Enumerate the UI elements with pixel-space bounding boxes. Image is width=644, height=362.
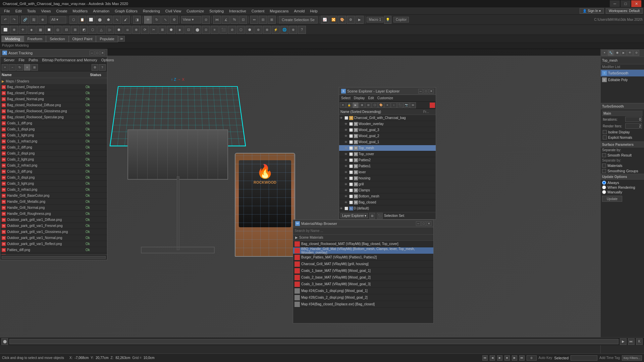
scene-menu-customize[interactable]: Customize	[376, 96, 394, 100]
curve-editor-btn[interactable]: 📈	[321, 16, 329, 24]
asset-row[interactable]: m Coals_1_diff.png Ok	[0, 120, 107, 126]
tb2-btn13[interactable]: ▷	[106, 26, 114, 34]
when-rendering-radio[interactable]	[602, 185, 606, 189]
ref-coord-dropdown[interactable]: View ▾	[181, 16, 201, 23]
tb2-btn28[interactable]: ⬡	[237, 26, 245, 34]
close-button[interactable]: ✕	[631, 0, 641, 7]
scene-row[interactable]: 👁 ⬜ M Wood_goal_2	[339, 133, 436, 139]
redo-btn[interactable]: ↷	[10, 16, 18, 24]
asset-row[interactable]: m Handle_Grill_Roughness.png Ok	[0, 211, 107, 217]
prev-frame-btn[interactable]: ◀	[490, 355, 495, 361]
asset-row[interactable]: m Coals_3_displ.png Ok	[0, 175, 107, 181]
keyframe-btn[interactable]: ⬤	[1, 338, 8, 345]
scene-row[interactable]: 👁 ⬜ M Bottom_mesh	[339, 193, 436, 199]
mat-collapse-icon[interactable]: ▶	[295, 236, 298, 239]
eye-icon[interactable]: 👁	[344, 195, 349, 198]
tb2-btn27[interactable]: ⊘	[228, 26, 236, 34]
isoline-checkbox[interactable]	[603, 130, 607, 134]
mat-row[interactable]: Map #34(Bag_closed_Displace.exr) [Bag_cl…	[293, 301, 433, 308]
scene-row[interactable]: 👁 ⬜ G Charcoal_Grill_with_Charcoal_bag	[339, 115, 436, 121]
scene-row[interactable]: 👁 ⬜ M Wooden_overlay	[339, 121, 436, 127]
asset-row[interactable]: m Handle_Grill_BaseColor.png Ok	[0, 193, 107, 199]
scene-footer-btn1[interactable]: ⊞	[369, 213, 375, 219]
tab-populate[interactable]: Populate	[96, 36, 118, 42]
tb2-btn21[interactable]: ◈	[176, 26, 184, 34]
scene-sort-btn[interactable]: ↕	[391, 102, 397, 108]
align-btn[interactable]: ⊟	[259, 16, 267, 24]
asset-view-icon-btn[interactable]: ⊞	[31, 64, 38, 71]
copitor-label[interactable]: Copitor	[393, 17, 409, 22]
eye-icon[interactable]: 👁	[344, 189, 349, 192]
scene-render-btn[interactable]: 📷	[404, 102, 410, 108]
mat-row[interactable]: Map #28(Coals_2_displ.png) [Wood_goal_2]	[293, 294, 433, 301]
workspaces-dropdown[interactable]: Workspaces: Default	[606, 8, 643, 14]
scene-expand-btn[interactable]: ⊞	[359, 102, 365, 108]
asset-row[interactable]: m Handle_Grill_Metallic.png Ok	[0, 199, 107, 205]
asset-help-btn[interactable]: ?	[99, 64, 106, 71]
menu-interactive[interactable]: Interactive	[226, 8, 249, 14]
smooth-result-checkbox[interactable]	[602, 153, 606, 157]
mat-row[interactable]: Coals_1_base_MAT (VRayMtl) [Wood_goal_1]	[293, 267, 433, 274]
filter-dropdown[interactable]: All ▾	[50, 16, 66, 23]
asset-row[interactable]: m Coals_2_displ.png Ok	[0, 150, 107, 157]
create-sel-btn[interactable]: Create Selection Se	[279, 16, 318, 23]
mat-close-btn[interactable]: ✕	[427, 221, 431, 226]
asset-row[interactable]: m Coals_3_refract.png Ok	[0, 187, 107, 193]
tb2-btn9[interactable]: ⊞	[71, 26, 79, 34]
material-editor-btn[interactable]: 🎨	[338, 16, 346, 24]
select-scale-btn[interactable]: ⤡	[161, 16, 169, 24]
asset-row[interactable]: m Coals_2_light.png Ok	[0, 157, 107, 163]
stop-btn[interactable]: ■	[504, 355, 510, 361]
cmd-create-btn[interactable]: ✦	[601, 50, 607, 56]
mat-row[interactable]: BBQ_Handle_Grill_Mat (VRayMtl) [Bottom_m…	[293, 247, 433, 254]
go-start-btn[interactable]: ⏮	[482, 355, 488, 361]
asset-row[interactable]: m Bag_closed_Normal.png Ok	[0, 96, 107, 102]
mat-minimize-btn[interactable]: ─	[416, 221, 421, 226]
tab-freeform[interactable]: Freeform	[24, 36, 46, 42]
sign-in-btn[interactable]: 👤 Sign In ▾	[580, 8, 604, 14]
tb2-btn5[interactable]: ▦	[36, 26, 44, 34]
select-rotate-btn[interactable]: ↻	[153, 16, 161, 24]
iterations-input[interactable]	[625, 117, 642, 122]
tb2-btn24[interactable]: ⊙	[202, 26, 210, 34]
asset-row[interactable]: m Bag_closed_Rockwood_Glossiness.png Ok	[0, 108, 107, 114]
help-btn[interactable]: ?	[298, 26, 306, 34]
menu-edit[interactable]: Edit	[13, 8, 24, 14]
scene-row[interactable]: 👁 ⬜ L 0 (default)	[339, 205, 436, 212]
eye-icon[interactable]: 👁	[344, 140, 349, 144]
asset-close-btn[interactable]: ✕	[100, 51, 105, 55]
time-slider[interactable]	[9, 339, 619, 344]
render-btn[interactable]: ▶	[356, 16, 364, 24]
scene-close-btn[interactable]: ✕	[429, 89, 434, 94]
menu-tools[interactable]: Tools	[24, 8, 39, 14]
asset-row[interactable]: m Bag_closed_Fresnel.png Ok	[0, 90, 107, 96]
eye-icon[interactable]: 👁	[344, 165, 349, 168]
key-search[interactable]	[571, 355, 597, 361]
asset-scrollbar[interactable]	[0, 254, 107, 260]
scene-row[interactable]: 👁 ⬜ M Wood_goal_1	[339, 139, 436, 145]
rect-select-btn[interactable]: ⬜	[87, 16, 95, 24]
asset-row[interactable]: m Coals_3_diff.png Ok	[0, 169, 107, 175]
asset-row[interactable]: m Bag_closed_Rockwood_Specular.png Ok	[0, 114, 107, 120]
menu-content[interactable]: Content	[249, 8, 267, 14]
circle-select-btn[interactable]: ⬤	[96, 16, 104, 24]
asset-row[interactable]: m Bag_closed_Rockwood_Diffuse.png Ok	[0, 102, 107, 108]
menu-arnold[interactable]: Arnold	[291, 8, 308, 14]
asset-row[interactable]: m Coals_1_displ.png Ok	[0, 126, 107, 132]
menu-views[interactable]: Views	[38, 8, 53, 14]
undo-btn[interactable]: ↶	[1, 16, 9, 24]
manually-radio[interactable]	[602, 190, 606, 194]
spinner-snap-btn[interactable]: ⊡	[239, 16, 247, 24]
tb2-btn29[interactable]: ⬢	[246, 26, 254, 34]
mat-maximize-btn[interactable]: □	[421, 221, 426, 226]
editable-poly-modifier[interactable]: E Editable Poly	[601, 76, 644, 83]
mat-row[interactable]: Map #24(Coals_1_displ.png) [Wood_goal_1]	[293, 288, 433, 294]
menu-create[interactable]: Create	[54, 8, 70, 14]
mat-search-input[interactable]	[293, 227, 433, 235]
window-crossing-btn[interactable]: ◨	[133, 16, 141, 24]
tb2-btn14[interactable]: ⬢	[115, 26, 123, 34]
tb2-btn32[interactable]: ⚡	[272, 26, 280, 34]
cmd-display-btn[interactable]: 👁	[627, 50, 633, 56]
paint-select-btn[interactable]: 🖌	[122, 16, 130, 24]
tb2-btn23[interactable]: ⬤	[193, 26, 201, 34]
